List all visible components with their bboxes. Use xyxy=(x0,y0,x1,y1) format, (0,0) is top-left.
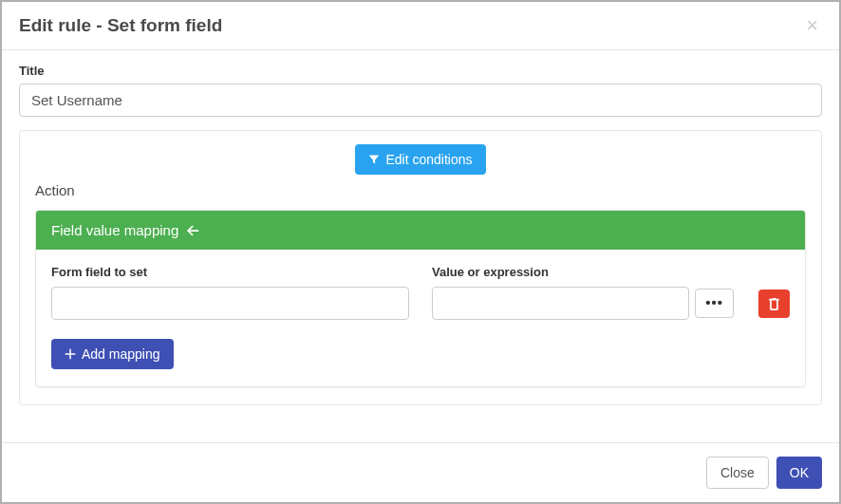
add-mapping-wrap: Add mapping xyxy=(51,339,790,369)
mapping-header: Field value mapping xyxy=(36,211,805,250)
form-field-input[interactable] xyxy=(51,287,409,320)
form-field-label: Form field to set xyxy=(51,265,409,279)
modal-title: Edit rule - Set form field xyxy=(19,15,222,36)
action-section-label: Action xyxy=(35,182,806,198)
value-input-group: ••• xyxy=(432,287,790,320)
edit-conditions-label: Edit conditions xyxy=(385,152,472,167)
modal-header: Edit rule - Set form field × xyxy=(2,2,839,50)
delete-wrap xyxy=(758,289,790,318)
edit-rule-modal: Edit rule - Set form field × Title Edit … xyxy=(2,2,839,502)
mapping-row: Form field to set Value or expression ••… xyxy=(51,265,790,320)
title-input[interactable] xyxy=(19,84,822,117)
plus-icon xyxy=(65,348,76,360)
arrow-left-icon xyxy=(186,224,199,237)
form-field-col: Form field to set xyxy=(51,265,409,320)
expression-picker-button[interactable]: ••• xyxy=(695,289,734,318)
mapping-card: Field value mapping Form field to set Va… xyxy=(35,210,806,387)
trash-icon xyxy=(768,297,780,310)
ok-button[interactable]: OK xyxy=(776,457,822,489)
edit-conditions-wrap: Edit conditions xyxy=(35,144,806,175)
action-card: Edit conditions Action Field value mappi… xyxy=(19,130,822,405)
filter-icon xyxy=(368,154,380,165)
modal-footer: Close OK xyxy=(2,442,839,502)
delete-mapping-button[interactable] xyxy=(758,289,790,318)
mapping-body: Form field to set Value or expression ••… xyxy=(36,250,805,386)
add-mapping-label: Add mapping xyxy=(82,346,160,362)
mapping-header-label: Field value mapping xyxy=(51,222,178,238)
add-mapping-button[interactable]: Add mapping xyxy=(51,339,174,369)
title-label: Title xyxy=(19,64,822,78)
close-icon[interactable]: × xyxy=(802,15,822,36)
value-col: Value or expression ••• xyxy=(432,265,790,320)
ellipsis-icon: ••• xyxy=(705,294,723,310)
value-expression-input[interactable] xyxy=(432,287,689,320)
title-group: Title xyxy=(19,64,822,117)
modal-body: Title Edit conditions Action Field value… xyxy=(2,50,839,442)
close-button[interactable]: Close xyxy=(706,457,769,489)
value-label: Value or expression xyxy=(432,265,790,279)
edit-conditions-button[interactable]: Edit conditions xyxy=(355,144,485,175)
